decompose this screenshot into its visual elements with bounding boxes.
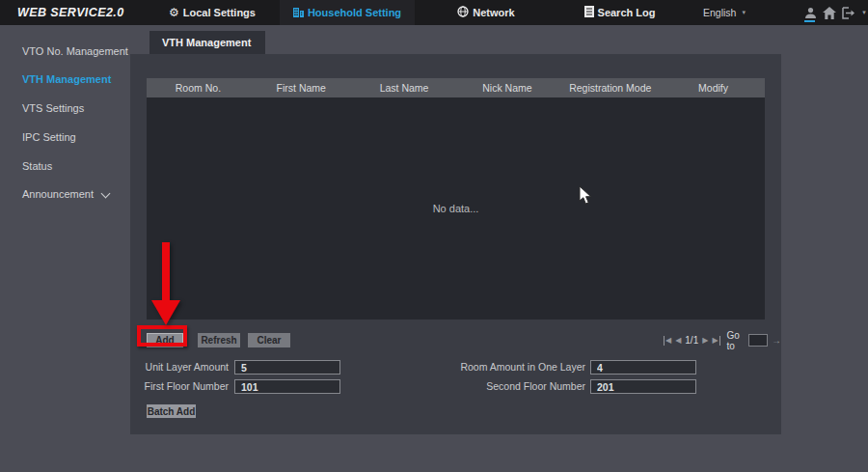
top-bar: WEB SERVICE2.0 ⚙ Local Settings Househol… (0, 0, 868, 25)
home-icon[interactable] (820, 0, 839, 25)
chevron-down-icon: ▾ (862, 9, 866, 16)
app-logo: WEB SERVICE2.0 (17, 0, 124, 25)
pagination: ◀ ◀ 1/1 ▶ ▶ Go to → (664, 333, 781, 347)
second-floor-number-field[interactable] (590, 379, 696, 394)
table-body: No data... (147, 97, 765, 319)
sidebar-item-label: IPC Setting (22, 131, 76, 143)
nav-household-setting[interactable]: Household Setting (280, 0, 415, 25)
first-floor-number-field[interactable] (234, 379, 340, 394)
language-label: English (703, 7, 736, 18)
tab-vth-management[interactable]: VTH Management (149, 31, 265, 54)
table-header-row: Room No. First Name Last Name Nick Name … (147, 78, 765, 97)
column-header-registration-mode: Registration Mode (558, 78, 662, 97)
page-indicator: 1/1 (685, 335, 698, 346)
nav-label: Household Setting (308, 7, 401, 18)
first-page-icon[interactable]: ◀ (664, 336, 671, 346)
sidebar-item-label: Status (22, 160, 52, 172)
sidebar-item-announcement[interactable]: Announcement (22, 186, 94, 202)
main-panel: VTH Management Room No. First Name Last … (130, 54, 781, 434)
column-header-nick-name: Nick Name (456, 78, 559, 97)
column-header-modify: Modify (662, 78, 765, 97)
nav-label: Search Log (598, 7, 656, 18)
goto-arrow-icon[interactable]: → (772, 335, 781, 346)
language-selector[interactable]: English ▾ (696, 0, 752, 25)
document-icon (584, 6, 594, 19)
building-icon (293, 6, 304, 19)
chevron-down-icon (101, 189, 111, 199)
sidebar-item-vts-settings[interactable]: VTS Settings (22, 100, 84, 116)
logout-icon[interactable] (839, 0, 858, 25)
room-amount-one-layer-field[interactable] (590, 360, 696, 375)
sidebar-item-label: VTO No. Management (22, 45, 128, 57)
empty-state-text: No data... (433, 203, 479, 214)
batch-add-button[interactable]: Batch Add (147, 404, 196, 418)
sidebar-item-vth-management[interactable]: VTH Management (22, 71, 111, 87)
second-floor-number-label: Second Floor Number (400, 378, 585, 395)
column-header-last-name: Last Name (353, 78, 456, 97)
logout-dropdown-caret[interactable]: ▾ (858, 0, 868, 25)
goto-page-input[interactable] (748, 334, 768, 347)
nav-label: Local Settings (183, 7, 256, 18)
globe-icon (457, 6, 469, 19)
sidebar-item-label: Announcement (22, 188, 94, 200)
sidebar-item-vto-no-management[interactable]: VTO No. Management (22, 43, 128, 59)
nav-network[interactable]: Network (451, 0, 521, 25)
add-button[interactable]: Add (147, 333, 183, 347)
user-active-indicator (804, 20, 815, 22)
nav-label: Network (473, 7, 514, 18)
refresh-button[interactable]: Refresh (198, 333, 240, 347)
sidebar-item-label: VTS Settings (22, 102, 84, 114)
chevron-down-icon: ▾ (742, 9, 746, 16)
user-icon[interactable] (800, 0, 820, 25)
column-header-first-name: First Name (250, 78, 353, 97)
clear-button[interactable]: Clear (248, 333, 290, 347)
previous-page-icon[interactable]: ◀ (675, 336, 681, 346)
next-page-icon[interactable]: ▶ (702, 336, 708, 346)
first-floor-number-label: First Floor Number (130, 378, 229, 395)
goto-label: Go to (727, 330, 745, 351)
sidebar-item-label: VTH Management (22, 73, 111, 85)
room-amount-one-layer-label: Room Amount in One Layer (400, 359, 585, 375)
column-header-room-no: Room No. (147, 78, 250, 97)
sidebar-item-ipc-setting[interactable]: IPC Setting (22, 129, 76, 145)
nav-search-log[interactable]: Search Log (579, 0, 661, 25)
vth-table: Room No. First Name Last Name Nick Name … (147, 78, 765, 319)
sidebar-item-status[interactable]: Status (22, 158, 52, 174)
nav-local-settings[interactable]: ⚙ Local Settings (166, 0, 258, 25)
unit-layer-amount-label: Unit Layer Amount (130, 359, 229, 375)
gear-icon: ⚙ (169, 7, 179, 18)
unit-layer-amount-field[interactable] (234, 360, 340, 375)
last-page-icon[interactable]: ▶ (712, 336, 719, 346)
